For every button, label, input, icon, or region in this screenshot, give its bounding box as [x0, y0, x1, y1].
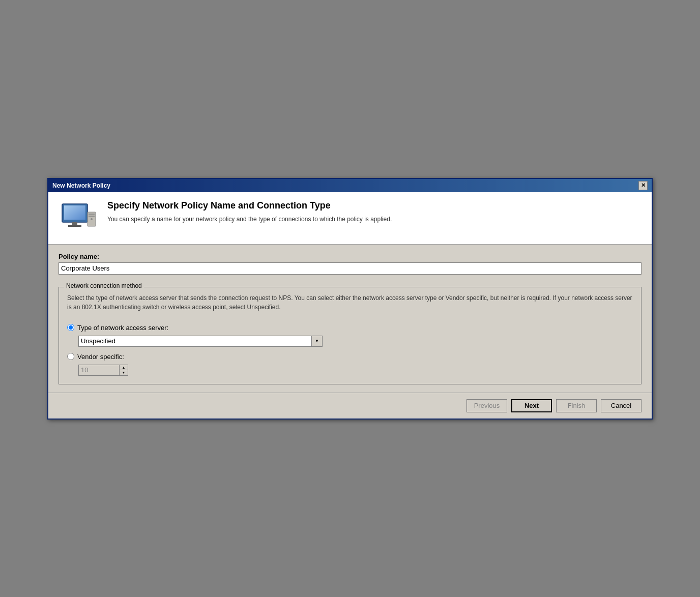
dropdown-container: Unspecified DHCP Server Remote Access Se…	[78, 336, 633, 347]
group-description: Select the type of network access server…	[67, 293, 633, 312]
dialog-footer: Previous Next Finish Cancel	[48, 393, 652, 419]
header-title: Specify Network Policy Name and Connecti…	[107, 200, 641, 211]
radio-vendor-option: Vendor specific:	[67, 353, 633, 361]
title-bar: New Network Policy ✕	[48, 179, 652, 192]
vendor-spinner-input	[78, 365, 119, 376]
svg-point-8	[91, 218, 93, 220]
radio-type-option: Type of network access server:	[67, 324, 633, 332]
next-button[interactable]: Next	[511, 399, 552, 412]
svg-rect-6	[89, 214, 95, 215]
network-type-dropdown[interactable]: Unspecified DHCP Server Remote Access Se…	[78, 336, 323, 347]
dialog-body: Policy name: Network connection method S…	[48, 245, 652, 393]
computer-icon	[61, 203, 97, 233]
previous-button[interactable]: Previous	[466, 399, 507, 412]
cancel-button[interactable]: Cancel	[601, 399, 641, 412]
spinner-container: ▲ ▼	[78, 365, 633, 376]
policy-name-input[interactable]	[59, 262, 641, 275]
policy-name-label: Policy name:	[59, 253, 641, 260]
title-bar-text: New Network Policy	[52, 182, 110, 189]
dialog-header: Specify Network Policy Name and Connecti…	[48, 192, 652, 245]
header-description: You can specify a name for your network …	[107, 215, 641, 224]
spinner-buttons: ▲ ▼	[119, 365, 128, 376]
group-box-legend: Network connection method	[64, 282, 144, 289]
header-content: Specify Network Policy Name and Connecti…	[107, 200, 641, 224]
radio-vendor-label[interactable]: Vendor specific:	[77, 353, 124, 361]
dialog-window: New Network Policy ✕	[47, 178, 653, 420]
spinner-up-button[interactable]: ▲	[120, 365, 128, 371]
header-icon	[59, 200, 99, 236]
radio-type-label[interactable]: Type of network access server:	[77, 324, 168, 332]
close-button[interactable]: ✕	[638, 181, 648, 190]
radio-type-input[interactable]	[67, 324, 74, 331]
spinner-down-button[interactable]: ▼	[120, 370, 128, 375]
radio-vendor-input[interactable]	[67, 353, 74, 360]
dropdown-wrapper: Unspecified DHCP Server Remote Access Se…	[78, 336, 323, 347]
network-connection-group: Network connection method Select the typ…	[59, 287, 641, 384]
svg-rect-3	[72, 222, 77, 225]
svg-rect-4	[68, 225, 81, 227]
finish-button[interactable]: Finish	[556, 399, 597, 412]
svg-rect-2	[64, 205, 85, 220]
svg-rect-7	[89, 216, 95, 217]
